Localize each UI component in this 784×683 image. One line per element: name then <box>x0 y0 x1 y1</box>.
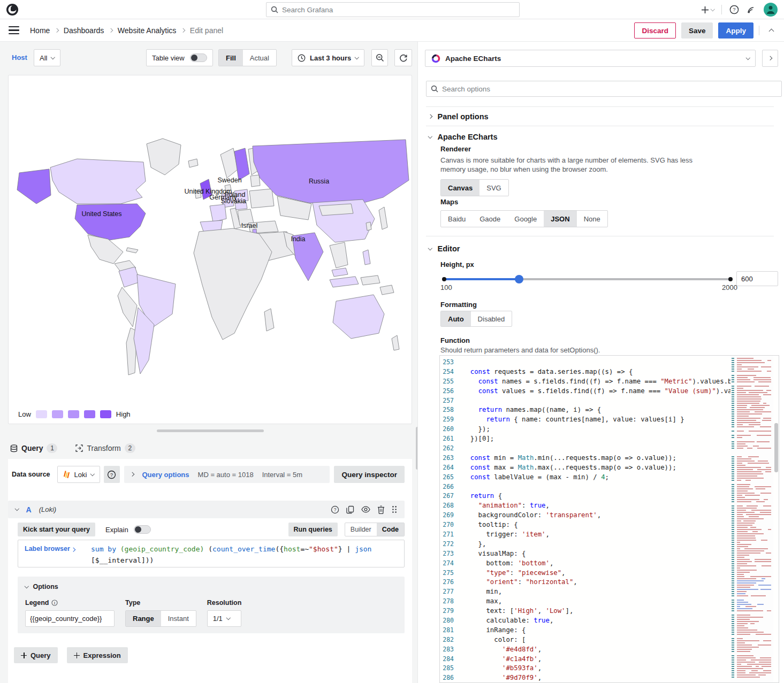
minimap[interactable] <box>730 356 773 683</box>
breadcrumb-dashboards[interactable]: Dashboards <box>64 26 104 35</box>
svg-text:Sweden: Sweden <box>217 176 241 184</box>
apply-button[interactable]: Apply <box>718 22 753 39</box>
maps-baidu-option[interactable]: Baidu <box>441 211 473 227</box>
height-min-label: 100 <box>440 283 452 291</box>
user-avatar[interactable] <box>764 3 778 17</box>
height-slider-handle[interactable] <box>515 275 523 283</box>
grafana-logo[interactable] <box>5 3 19 17</box>
range-option[interactable]: Range <box>126 611 161 626</box>
plus-icon <box>21 653 27 658</box>
chevron-right-icon <box>109 28 113 33</box>
tab-query[interactable]: Query 1 <box>8 440 59 457</box>
time-range-picker[interactable]: Last 3 hours <box>292 49 364 66</box>
chevron-right-icon <box>428 114 432 119</box>
actual-option[interactable]: Actual <box>243 50 276 66</box>
query-a-header[interactable]: A (Loki) ? <box>8 501 405 518</box>
label-browser-button[interactable]: Label browser <box>18 540 87 567</box>
legend-format-input[interactable] <box>25 610 115 627</box>
table-view-control: Table view <box>146 49 213 66</box>
legend-swatch[interactable] <box>68 410 79 418</box>
query-options-toggle[interactable]: Query options <box>142 471 189 479</box>
collapse-pane-icon[interactable] <box>765 22 778 39</box>
max-data-points-text: MD = auto = 1018 <box>198 471 254 479</box>
legend-swatch[interactable] <box>84 410 95 418</box>
code-option[interactable]: Code <box>377 523 404 536</box>
datasource-picker[interactable]: Loki <box>57 466 100 483</box>
section-editor[interactable]: Editor <box>418 240 784 258</box>
disabled-option[interactable]: Disabled <box>471 311 512 326</box>
visualization-picker[interactable]: Apache ECharts <box>425 50 756 67</box>
news-icon[interactable] <box>747 5 756 14</box>
add-expression-button[interactable]: Expression <box>67 647 128 663</box>
height-value-input[interactable] <box>736 271 778 286</box>
horizontal-scrollbar[interactable] <box>157 429 264 432</box>
builder-option[interactable]: Builder <box>345 523 377 536</box>
query-inspector-button[interactable]: Query inspector <box>334 466 405 483</box>
chevron-down-icon <box>428 134 432 139</box>
query-help-icon[interactable]: ? <box>331 505 339 514</box>
query-expression-editor[interactable]: Label browser sum by (geoip_country_code… <box>18 540 405 567</box>
new-menu-button[interactable] <box>701 6 714 14</box>
zoom-out-time-button[interactable] <box>371 49 388 66</box>
breadcrumb-edit-panel: Edit panel <box>190 26 223 35</box>
svg-text:India: India <box>291 235 305 243</box>
canvas-option[interactable]: Canvas <box>441 180 479 196</box>
resolution-field-label: Resolution <box>207 599 242 607</box>
query-options-card: Options Legend i Type Range Instant Reso… <box>18 577 405 633</box>
options-search-input[interactable] <box>442 85 777 93</box>
hide-query-icon[interactable] <box>361 506 370 513</box>
type-field-label: Type <box>125 599 140 607</box>
datasource-help-button[interactable]: ? <box>104 466 120 483</box>
resolution-select[interactable]: 1/1 <box>207 610 242 627</box>
info-icon: i <box>51 600 58 606</box>
maps-gaode-option[interactable]: Gaode <box>473 211 507 227</box>
database-icon <box>10 444 18 452</box>
add-query-button[interactable]: Query <box>14 647 58 663</box>
builder-code-segment: Builder Code <box>345 523 405 536</box>
search-input[interactable] <box>282 6 515 14</box>
options-search[interactable] <box>426 81 782 97</box>
section-apache-echarts[interactable]: Apache ECharts <box>418 128 784 146</box>
delete-query-icon[interactable] <box>377 505 385 514</box>
instant-option[interactable]: Instant <box>161 611 196 626</box>
maps-json-option[interactable]: JSON <box>544 211 576 227</box>
editor-scrollbar[interactable] <box>774 423 778 472</box>
drag-handle-icon[interactable] <box>392 505 397 513</box>
fill-actual-segment: Fill Actual <box>218 49 277 66</box>
help-icon[interactable]: ? <box>729 5 739 14</box>
legend-swatch[interactable] <box>36 410 47 418</box>
echarts-map-panel[interactable]: United StatesSwedenUnited KingdomGermany… <box>8 75 412 424</box>
legend-swatch[interactable] <box>52 410 63 418</box>
refresh-button[interactable] <box>394 49 412 66</box>
breadcrumb-home[interactable]: Home <box>30 26 50 35</box>
save-button[interactable]: Save <box>681 22 713 39</box>
kick-start-query-button[interactable]: Kick start your query <box>18 523 95 536</box>
svg-text:?: ? <box>110 472 113 477</box>
legend-swatch[interactable] <box>100 410 111 418</box>
function-code-editor[interactable]: 253254 const requests = data.series.map(… <box>439 355 779 683</box>
table-view-toggle[interactable] <box>190 53 207 62</box>
maps-none-option[interactable]: None <box>577 211 607 227</box>
function-description: Should return parameters and data for se… <box>440 346 600 355</box>
logql-expression[interactable]: sum by (geoip_country_code) (count_over_… <box>87 540 404 567</box>
menu-toggle-icon[interactable] <box>9 26 19 34</box>
section-panel-options[interactable]: Panel options <box>418 108 784 126</box>
options-title: Options <box>33 583 58 590</box>
tab-transform[interactable]: Transform 2 <box>73 440 137 457</box>
discard-button[interactable]: Discard <box>634 22 676 39</box>
maps-google-option[interactable]: Google <box>507 211 544 227</box>
breadcrumb-dashboard-name[interactable]: Website Analytics <box>118 26 176 35</box>
options-section-toggle[interactable]: Options <box>25 583 397 590</box>
auto-option[interactable]: Auto <box>441 311 471 326</box>
explain-toggle[interactable] <box>134 525 151 534</box>
svg-option[interactable]: SVG <box>479 180 508 196</box>
global-search[interactable] <box>266 2 520 17</box>
open-viz-list-button[interactable] <box>762 50 778 67</box>
search-icon <box>431 85 438 93</box>
fill-option[interactable]: Fill <box>219 50 243 66</box>
host-variable-select[interactable]: All <box>34 49 60 66</box>
explain-label: Explain <box>105 526 128 534</box>
run-queries-button[interactable]: Run queries <box>288 523 338 536</box>
duplicate-query-icon[interactable] <box>346 505 354 514</box>
height-slider[interactable] <box>444 278 731 280</box>
